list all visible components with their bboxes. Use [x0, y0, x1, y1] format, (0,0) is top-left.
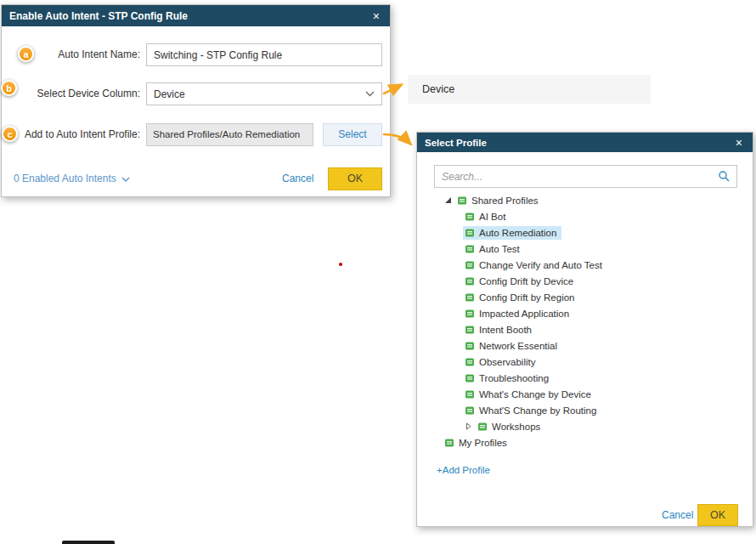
- profile-icon: [465, 309, 475, 319]
- tree-item-change-verify-and-auto-test[interactable]: Change Verify and Auto Test: [417, 257, 753, 273]
- enabled-auto-intents-label: 0 Enabled Auto Intents: [14, 167, 116, 190]
- profile-icon: [465, 244, 475, 254]
- close-icon[interactable]: ×: [370, 8, 382, 24]
- auto-intent-profile-value: Shared Profiles/Auto Remediation: [146, 123, 313, 146]
- dialog-title: Select Profile: [425, 138, 487, 148]
- screen-edge-artifact: [62, 541, 115, 544]
- tree-item-my-profiles[interactable]: My Profiles: [417, 434, 753, 450]
- tree-item-config-drift-by-device[interactable]: Config Drift by Device: [417, 273, 753, 289]
- tree-item-label: Workshops: [492, 422, 540, 432]
- profile-icon: [465, 357, 475, 367]
- profile-icon: [465, 276, 475, 286]
- tree-item-label: Auto Test: [479, 244, 520, 254]
- collapse-icon[interactable]: [443, 196, 454, 204]
- tree-item-label: AI Bot: [479, 212, 505, 222]
- expand-icon[interactable]: [463, 422, 474, 430]
- tree-item-what-s-change-by-device[interactable]: What's Change by Device: [417, 386, 753, 402]
- enable-auto-intent-dialog: Enable Auto Intent - STP Config Rule × A…: [1, 4, 391, 197]
- profile-icon: [465, 389, 475, 400]
- chevron-down-icon: [121, 167, 130, 190]
- tree-item-troubleshooting[interactable]: Troubleshooting: [417, 370, 753, 386]
- enabled-auto-intents-toggle[interactable]: 0 Enabled Auto Intents: [14, 167, 130, 190]
- close-icon[interactable]: ×: [733, 135, 745, 150]
- tree-item-label: Shared Profiles: [471, 196, 539, 206]
- tree-item-label: Auto Remediation: [479, 228, 556, 238]
- device-column-callout: Device: [408, 75, 651, 104]
- device-column-callout-text: Device: [408, 75, 651, 104]
- profile-icon: [465, 373, 475, 383]
- device-column-label: Select Device Column:: [2, 82, 140, 105]
- tree-item-impacted-application[interactable]: Impacted Application: [417, 305, 753, 321]
- ok-button[interactable]: OK: [328, 167, 382, 190]
- tree-item-label: Troubleshooting: [479, 373, 549, 383]
- profile-icon: [477, 422, 488, 432]
- step-badge-b: b: [1, 80, 17, 96]
- tree-item-label: Intent Booth: [479, 325, 532, 335]
- profile-icon: [444, 438, 454, 448]
- red-dot-marker: [339, 263, 342, 266]
- profile-icon: [465, 341, 475, 351]
- screenshot-page: Enable Auto Intent - STP Config Rule × A…: [0, 0, 756, 544]
- cancel-link[interactable]: Cancel: [662, 504, 693, 526]
- select-profile-dialog: Select Profile × Shared ProfilesAI BotAu…: [416, 132, 753, 527]
- tree-item-label: Impacted Application: [479, 309, 569, 319]
- tree-item-config-drift-by-region[interactable]: Config Drift by Region: [417, 289, 753, 305]
- device-column-select-value: Device: [154, 88, 185, 100]
- select-profile-dialog-titlebar: Select Profile ×: [417, 133, 753, 152]
- profile-icon: [465, 212, 475, 222]
- tree-item-intent-booth[interactable]: Intent Booth: [417, 321, 753, 337]
- auto-intent-profile-label: Add to Auto Intent Profile:: [2, 123, 140, 146]
- auto-intent-name-input[interactable]: [146, 43, 382, 66]
- tree-item-label: Network Essential: [479, 341, 557, 351]
- tree-item-auto-remediation[interactable]: Auto Remediation: [417, 224, 753, 241]
- tree-item-shared-profiles[interactable]: Shared Profiles: [417, 192, 753, 208]
- profile-search-box: [434, 165, 737, 188]
- profile-tree: Shared ProfilesAI BotAuto RemediationAut…: [417, 192, 753, 450]
- tree-item-ai-bot[interactable]: AI Bot: [417, 208, 753, 224]
- tree-item-label: Change Verify and Auto Test: [479, 260, 602, 270]
- profile-icon: [457, 196, 467, 206]
- search-icon[interactable]: [718, 170, 731, 183]
- tree-item-label: What'S Change by Routing: [479, 405, 596, 416]
- step-badge-a: a: [18, 46, 34, 62]
- tree-item-auto-test[interactable]: Auto Test: [417, 241, 753, 257]
- tree-item-label: Observability: [479, 357, 535, 367]
- tree-item-workshops[interactable]: Workshops: [417, 418, 753, 434]
- ok-button[interactable]: OK: [697, 504, 738, 526]
- select-profile-button[interactable]: Select: [323, 123, 382, 146]
- dialog-title: Enable Auto Intent - STP Config Rule: [9, 10, 188, 22]
- chevron-down-icon: [365, 91, 375, 97]
- step-badge-c: c: [2, 126, 18, 142]
- tree-item-label: Config Drift by Device: [479, 276, 573, 286]
- profile-icon: [465, 228, 475, 238]
- tree-item-label: Config Drift by Region: [479, 292, 575, 303]
- tree-item-label: My Profiles: [459, 438, 507, 448]
- profile-icon: [465, 325, 475, 335]
- device-column-select[interactable]: Device: [146, 82, 382, 105]
- tree-item-observability[interactable]: Observability: [417, 354, 753, 370]
- cancel-link[interactable]: Cancel: [282, 167, 313, 190]
- tree-item-what-s-change-by-routing[interactable]: What'S Change by Routing: [417, 402, 753, 418]
- add-profile-link[interactable]: +Add Profile: [437, 465, 490, 475]
- profile-icon: [465, 292, 475, 303]
- enable-auto-intent-dialog-titlebar: Enable Auto Intent - STP Config Rule ×: [2, 5, 390, 26]
- tree-item-label: What's Change by Device: [479, 389, 591, 400]
- tree-item-network-essential[interactable]: Network Essential: [417, 337, 753, 354]
- profile-icon: [465, 405, 475, 416]
- profile-search-input[interactable]: [435, 166, 718, 187]
- profile-icon: [465, 260, 475, 270]
